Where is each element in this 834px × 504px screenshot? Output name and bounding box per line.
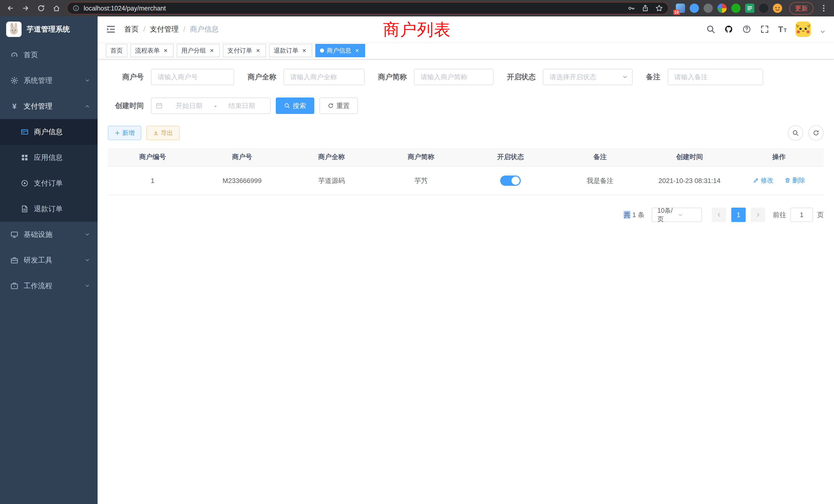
- extension-icon[interactable]: 10: [676, 4, 685, 13]
- page-number-button[interactable]: 1: [731, 208, 746, 222]
- refresh-button[interactable]: [808, 125, 824, 141]
- close-icon[interactable]: [354, 47, 360, 54]
- goto-page-input[interactable]: [790, 208, 813, 222]
- sidebar-item-infrastructure[interactable]: 基础设施: [0, 222, 97, 247]
- toolbox-icon: [10, 256, 19, 264]
- table-toolbar: 新增 导出: [108, 125, 824, 141]
- merchant-full-name-input[interactable]: [284, 69, 365, 85]
- tab-label: 支付订单: [227, 46, 252, 55]
- app-title: 芋道管理系统: [27, 24, 70, 34]
- delete-link[interactable]: 删除: [785, 176, 805, 184]
- password-key-icon[interactable]: [628, 4, 635, 12]
- export-button[interactable]: 导出: [146, 126, 180, 140]
- status-label: 开启状态: [507, 72, 535, 82]
- status-toggle[interactable]: [500, 176, 521, 186]
- extension-icon[interactable]: [731, 4, 741, 13]
- breadcrumb-home[interactable]: 首页: [124, 24, 139, 34]
- cell-actions: 修改 删除: [734, 166, 824, 195]
- bookmark-star-icon[interactable]: [655, 4, 663, 12]
- sidebar-item-merchant-info[interactable]: 商户信息: [0, 119, 97, 145]
- page-jumper: 前往 页: [773, 208, 824, 222]
- home-button[interactable]: [50, 2, 63, 14]
- toggle-search-button[interactable]: [788, 125, 803, 141]
- next-page-button[interactable]: [751, 208, 765, 222]
- target-icon: [21, 179, 29, 187]
- add-button[interactable]: 新增: [108, 126, 141, 140]
- annotation-title: 商户列表: [383, 19, 451, 41]
- table-header-row: 商户编号 商户号 商户全称 商户简称 开启状态 备注 创建时间 操作: [108, 148, 824, 166]
- export-button-label: 导出: [161, 129, 173, 137]
- briefcase-icon: [10, 282, 19, 290]
- calendar-icon: [156, 102, 163, 109]
- extension-icon[interactable]: [690, 4, 699, 13]
- tab-pay-order[interactable]: 支付订单: [223, 44, 266, 57]
- sidebar-item-workflow[interactable]: 工作流程: [0, 273, 97, 299]
- goto-label: 前往: [773, 210, 786, 220]
- close-icon[interactable]: [301, 47, 308, 54]
- extension-icon[interactable]: [718, 4, 727, 13]
- search-icon[interactable]: [706, 25, 716, 34]
- create-time-label: 创建时间: [108, 101, 144, 111]
- tab-process-form[interactable]: 流程表单: [130, 44, 174, 57]
- sidebar-item-dev-tools[interactable]: 研发工具: [0, 247, 97, 273]
- fullscreen-icon[interactable]: [760, 25, 769, 34]
- close-icon[interactable]: [255, 47, 261, 54]
- document-icon: [21, 205, 29, 213]
- close-icon[interactable]: [208, 47, 215, 54]
- sidebar-item-system[interactable]: 系统管理: [0, 68, 97, 93]
- extension-icon[interactable]: [745, 4, 754, 13]
- search-button-label: 搜索: [293, 101, 306, 110]
- sidebar-item-payment[interactable]: 支付管理: [0, 93, 97, 119]
- pagination: 共 1 条 10条/页 1 前往 页: [108, 208, 824, 222]
- col-merchant-id: 商户编号: [108, 148, 197, 166]
- merchant-table: 商户编号 商户号 商户全称 商户简称 开启状态 备注 创建时间 操作 1 M23…: [108, 148, 824, 195]
- github-icon[interactable]: [724, 25, 733, 34]
- cell-merchant-id: 1: [108, 166, 197, 195]
- close-icon[interactable]: [162, 47, 169, 54]
- share-icon[interactable]: [641, 4, 649, 12]
- browser-menu-icon[interactable]: [817, 2, 830, 14]
- prev-page-button[interactable]: [712, 208, 726, 222]
- filter-status: 开启状态 请选择开启状态: [507, 69, 633, 85]
- browser-update-button[interactable]: 更新: [789, 2, 813, 15]
- extension-icon[interactable]: [773, 4, 782, 13]
- page-size-select[interactable]: 10条/页: [652, 208, 702, 222]
- back-button[interactable]: [4, 2, 17, 14]
- breadcrumb-current: 商户信息: [190, 24, 219, 34]
- active-tab-dot: [320, 48, 324, 53]
- tab-home[interactable]: 首页: [106, 44, 127, 57]
- top-navbar: 首页 支付管理 商户信息: [97, 17, 834, 42]
- sidebar-item-app-info[interactable]: 应用信息: [0, 145, 97, 170]
- status-select[interactable]: 请选择开启状态: [543, 69, 633, 85]
- address-bar[interactable]: localhost:1024/pay/merchant: [67, 2, 668, 14]
- forward-button[interactable]: [20, 2, 32, 14]
- user-avatar[interactable]: [795, 22, 811, 37]
- app-logo[interactable]: 芋道管理系统: [0, 17, 97, 42]
- tab-refund-order[interactable]: 退款订单: [269, 44, 312, 57]
- reload-button[interactable]: [35, 2, 47, 14]
- extension-icons: 10: [676, 4, 782, 13]
- extension-icon[interactable]: [759, 4, 768, 13]
- merchant-short-name-label: 商户简称: [378, 72, 407, 82]
- merchant-short-name-input[interactable]: [414, 69, 493, 85]
- merchant-no-input[interactable]: [151, 69, 234, 85]
- remark-input[interactable]: [667, 69, 763, 85]
- sidebar-item-refund-order[interactable]: 退款订单: [0, 196, 97, 222]
- sidebar-fold-icon[interactable]: [106, 24, 116, 35]
- breadcrumb-payment[interactable]: 支付管理: [150, 24, 179, 34]
- site-info-icon[interactable]: [72, 5, 80, 12]
- edit-link[interactable]: 修改: [753, 176, 773, 184]
- tab-user-group[interactable]: 用户分组: [177, 44, 220, 57]
- extension-icon[interactable]: [704, 4, 713, 13]
- help-icon[interactable]: [742, 25, 751, 34]
- tab-merchant-info[interactable]: 商户信息: [315, 44, 365, 57]
- reset-button[interactable]: 重置: [320, 97, 358, 114]
- font-size-icon[interactable]: [778, 25, 787, 34]
- end-date-input[interactable]: [218, 102, 266, 110]
- sidebar-item-pay-order[interactable]: 支付订单: [0, 170, 97, 196]
- start-date-input[interactable]: [165, 102, 213, 110]
- sidebar-item-home[interactable]: 首页: [0, 42, 97, 68]
- avatar-caret-icon[interactable]: [820, 29, 826, 35]
- date-range-picker[interactable]: -: [151, 97, 271, 114]
- search-button[interactable]: 搜索: [276, 97, 314, 114]
